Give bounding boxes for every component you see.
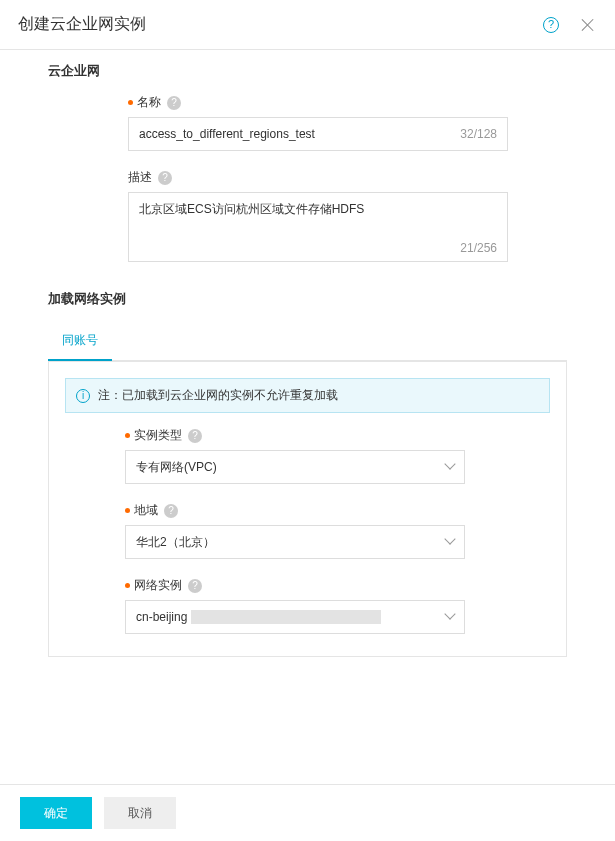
load-panel: i 注：已加载到云企业网的实例不允许重复加载 实例类型 ? 专有网络(VPC) … bbox=[48, 361, 567, 657]
field-desc-label: 描述 bbox=[128, 169, 152, 186]
create-cen-dialog: 创建云企业网实例 ? 云企业网 名称 ? 32/128 描述 ? bbox=[0, 0, 615, 841]
field-name-label-row: 名称 ? bbox=[128, 94, 567, 111]
ok-button[interactable]: 确定 bbox=[20, 797, 92, 829]
field-name: 名称 ? 32/128 bbox=[128, 94, 567, 151]
tab-same-account[interactable]: 同账号 bbox=[48, 322, 112, 361]
instance-type-value: 专有网络(VPC) bbox=[136, 459, 217, 476]
dialog-header: 创建云企业网实例 ? bbox=[0, 0, 615, 50]
name-input[interactable] bbox=[129, 127, 450, 141]
help-tooltip-icon[interactable]: ? bbox=[158, 171, 172, 185]
section-load-title: 加载网络实例 bbox=[48, 290, 567, 308]
network-instance-value: cn-beijing bbox=[136, 610, 381, 624]
notice-bar: i 注：已加载到云企业网的实例不允许重复加载 bbox=[65, 378, 550, 413]
help-icon[interactable]: ? bbox=[543, 17, 559, 33]
chevron-down-icon bbox=[444, 612, 454, 622]
section-cen-title: 云企业网 bbox=[48, 62, 567, 80]
tabs: 同账号 bbox=[48, 322, 567, 361]
required-dot-icon bbox=[128, 100, 133, 105]
header-icons: ? bbox=[543, 17, 595, 33]
help-tooltip-icon[interactable]: ? bbox=[164, 504, 178, 518]
chevron-down-icon bbox=[444, 537, 454, 547]
info-icon: i bbox=[76, 389, 90, 403]
network-instance-text: cn-beijing bbox=[136, 610, 187, 624]
notice-text: 注：已加载到云企业网的实例不允许重复加载 bbox=[98, 387, 338, 404]
field-region: 地域 ? 华北2（北京） bbox=[125, 502, 550, 559]
field-desc-label-row: 描述 ? bbox=[128, 169, 567, 186]
instance-type-label: 实例类型 bbox=[134, 427, 182, 444]
network-instance-label: 网络实例 bbox=[134, 577, 182, 594]
desc-char-count: 21/256 bbox=[460, 241, 497, 255]
help-tooltip-icon[interactable]: ? bbox=[188, 429, 202, 443]
region-label-row: 地域 ? bbox=[125, 502, 550, 519]
network-instance-select[interactable]: cn-beijing bbox=[125, 600, 465, 634]
desc-input-wrap: 21/256 bbox=[128, 192, 508, 262]
region-label: 地域 bbox=[134, 502, 158, 519]
close-icon[interactable] bbox=[581, 18, 595, 32]
cancel-button[interactable]: 取消 bbox=[104, 797, 176, 829]
name-input-wrap: 32/128 bbox=[128, 117, 508, 151]
region-select[interactable]: 华北2（北京） bbox=[125, 525, 465, 559]
region-value: 华北2（北京） bbox=[136, 534, 215, 551]
required-dot-icon bbox=[125, 433, 130, 438]
network-instance-label-row: 网络实例 ? bbox=[125, 577, 550, 594]
required-dot-icon bbox=[125, 583, 130, 588]
dialog-title: 创建云企业网实例 bbox=[18, 14, 146, 35]
field-name-label: 名称 bbox=[137, 94, 161, 111]
dialog-body: 云企业网 名称 ? 32/128 描述 ? 21/256 加载网络实例 bbox=[0, 50, 615, 784]
field-instance-type: 实例类型 ? 专有网络(VPC) bbox=[125, 427, 550, 484]
chevron-down-icon bbox=[444, 462, 454, 472]
help-tooltip-icon[interactable]: ? bbox=[167, 96, 181, 110]
name-char-count: 32/128 bbox=[450, 127, 507, 141]
desc-input[interactable] bbox=[129, 193, 507, 243]
instance-type-label-row: 实例类型 ? bbox=[125, 427, 550, 444]
redacted-block bbox=[191, 610, 381, 624]
field-desc: 描述 ? 21/256 bbox=[128, 169, 567, 262]
instance-type-select[interactable]: 专有网络(VPC) bbox=[125, 450, 465, 484]
help-tooltip-icon[interactable]: ? bbox=[188, 579, 202, 593]
required-dot-icon bbox=[125, 508, 130, 513]
dialog-footer: 确定 取消 bbox=[0, 784, 615, 841]
field-network-instance: 网络实例 ? cn-beijing bbox=[125, 577, 550, 634]
